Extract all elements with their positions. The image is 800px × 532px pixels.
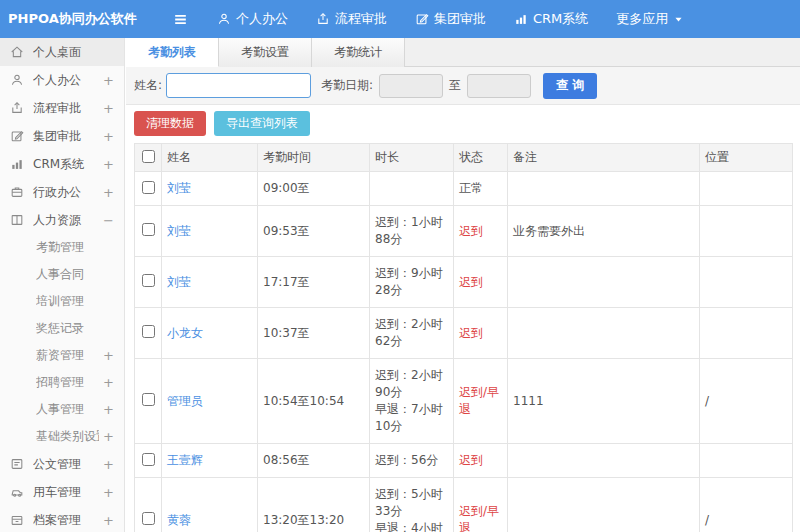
duration-text: 早退：7小时10分	[375, 401, 448, 435]
expander-icon[interactable]: +	[99, 485, 114, 500]
duration-text: 迟到：1小时88分	[375, 214, 448, 248]
topnav-item[interactable]: 集团审批	[401, 0, 500, 38]
sidebar-item-sub[interactable]: 奖惩记录	[0, 315, 124, 342]
sidebar-item-main[interactable]: 人力资源−	[0, 206, 124, 234]
select-all-checkbox[interactable]	[142, 150, 155, 163]
employee-name-link[interactable]: 刘莹	[167, 224, 191, 238]
status-cell: 迟到/早退	[454, 478, 508, 532]
note-cell	[508, 444, 700, 478]
table-row: 刘莹17:17至迟到：9小时28分迟到	[135, 257, 793, 308]
employee-name-link[interactable]: 小龙女	[167, 326, 203, 340]
status-cell: 迟到	[454, 257, 508, 308]
location-cell	[700, 308, 793, 359]
expander-icon[interactable]: +	[99, 402, 114, 417]
expander-icon[interactable]: +	[99, 457, 114, 472]
status-badge: 迟到	[459, 224, 483, 238]
time-cell: 13:20至13:20	[258, 478, 370, 532]
topnav-item[interactable]: 个人办公	[203, 0, 302, 38]
location-cell: /	[700, 478, 793, 532]
edit-icon	[415, 12, 429, 26]
row-checkbox[interactable]	[142, 181, 155, 194]
expander-icon[interactable]: +	[99, 348, 114, 363]
tabbar: 考勤列表考勤设置考勤统计	[126, 38, 800, 67]
col-header-time: 考勤时间	[258, 144, 370, 172]
name-filter-input[interactable]	[166, 73, 311, 98]
sidebar-item-main[interactable]: 用车管理+	[0, 478, 124, 506]
expander-icon[interactable]: +	[99, 73, 114, 88]
row-checkbox[interactable]	[142, 325, 155, 338]
employee-name-link[interactable]: 黄蓉	[167, 513, 191, 527]
date-from-input[interactable]	[379, 74, 443, 98]
name-filter-label: 姓名:	[134, 77, 162, 94]
duration-cell: 迟到：2小时90分早退：7小时10分	[370, 359, 454, 444]
employee-name-link[interactable]: 刘莹	[167, 181, 191, 195]
tab-inactive[interactable]: 考勤统计	[312, 38, 405, 67]
duration-text: 迟到：2小时90分	[375, 367, 448, 401]
expander-icon[interactable]: −	[99, 213, 114, 228]
sidebar-item-sub[interactable]: 培训管理	[0, 288, 124, 315]
sidebar-item-label: 薪资管理	[36, 347, 99, 364]
topnav-item-label: 流程审批	[335, 10, 387, 28]
expander-icon[interactable]: +	[99, 185, 114, 200]
clean-data-button[interactable]: 清理数据	[134, 111, 206, 136]
note-cell	[508, 308, 700, 359]
location-cell	[700, 257, 793, 308]
col-header-note: 备注	[508, 144, 700, 172]
export-list-button[interactable]: 导出查询列表	[214, 111, 310, 136]
sidebar-item-main[interactable]: 档案管理+	[0, 506, 124, 532]
topnav-item[interactable]: 更多应用	[602, 0, 698, 38]
duration-cell: 迟到：5小时33分早退：4小时67分	[370, 478, 454, 532]
row-checkbox[interactable]	[142, 512, 155, 525]
expander-icon[interactable]: +	[99, 129, 114, 144]
row-checkbox-cell	[135, 359, 162, 444]
filter-bar: 姓名: 考勤日期: 至 查 询	[126, 67, 800, 105]
name-cell: 刘莹	[162, 206, 258, 257]
status-cell: 正常	[454, 172, 508, 206]
row-checkbox[interactable]	[142, 453, 155, 466]
name-cell: 刘莹	[162, 257, 258, 308]
sidebar-item-label: 公文管理	[33, 456, 99, 473]
table-row: 刘莹09:53至迟到：1小时88分迟到业务需要外出	[135, 206, 793, 257]
topnav-item[interactable]: CRM系统	[500, 0, 602, 38]
note-cell: 1111	[508, 359, 700, 444]
duration-text: 迟到：56分	[375, 452, 448, 469]
row-checkbox[interactable]	[142, 223, 155, 236]
employee-name-link[interactable]: 王壹辉	[167, 453, 203, 467]
sidebar-item-sub[interactable]: 考勤管理	[0, 234, 124, 261]
employee-name-link[interactable]: 管理员	[167, 394, 203, 408]
sidebar-item-main[interactable]: CRM系统+	[0, 150, 124, 178]
sidebar-item-label: CRM系统	[33, 156, 99, 173]
hamburger-menu-icon[interactable]	[172, 11, 189, 28]
topnav-item[interactable]: 流程审批	[302, 0, 401, 38]
col-header-status: 状态	[454, 144, 508, 172]
sidebar-item-sub[interactable]: 基础类别设置+	[0, 423, 124, 450]
expander-icon[interactable]: +	[99, 375, 114, 390]
sidebar-item-main[interactable]: 个人桌面	[0, 38, 124, 66]
app-logo: PHPOA协同办公软件	[0, 10, 128, 28]
sidebar-item-main[interactable]: 集团审批+	[0, 122, 124, 150]
query-button[interactable]: 查 询	[543, 73, 597, 99]
row-checkbox[interactable]	[142, 393, 155, 406]
duration-text: 早退：4小时67分	[375, 520, 448, 532]
expander-icon[interactable]: +	[99, 429, 114, 444]
date-to-input[interactable]	[467, 74, 531, 98]
sidebar-item-main[interactable]: 公文管理+	[0, 450, 124, 478]
row-checkbox[interactable]	[142, 274, 155, 287]
sidebar-item-sub[interactable]: 薪资管理+	[0, 342, 124, 369]
sidebar-item-sub[interactable]: 招聘管理+	[0, 369, 124, 396]
employee-name-link[interactable]: 刘莹	[167, 275, 191, 289]
duration-text: 迟到：2小时62分	[375, 316, 448, 350]
expander-icon[interactable]: +	[99, 101, 114, 116]
tab-active[interactable]: 考勤列表	[126, 38, 219, 67]
share-icon	[10, 101, 25, 116]
status-cell: 迟到	[454, 444, 508, 478]
sidebar-item-sub[interactable]: 人事管理+	[0, 396, 124, 423]
caret-down-icon	[673, 14, 684, 25]
tab-inactive[interactable]: 考勤设置	[219, 38, 312, 67]
expander-icon[interactable]: +	[99, 513, 114, 528]
sidebar-item-main[interactable]: 行政办公+	[0, 178, 124, 206]
expander-icon[interactable]: +	[99, 157, 114, 172]
sidebar-item-main[interactable]: 个人办公+	[0, 66, 124, 94]
sidebar-item-main[interactable]: 流程审批+	[0, 94, 124, 122]
sidebar-item-sub[interactable]: 人事合同	[0, 261, 124, 288]
